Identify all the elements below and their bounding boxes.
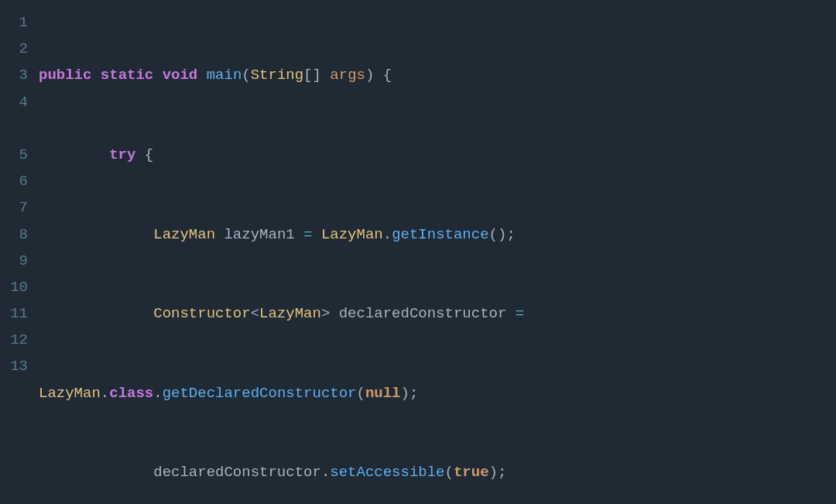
punct: > bbox=[321, 305, 330, 322]
variable: lazyMan1 bbox=[224, 226, 294, 243]
punct: { bbox=[383, 67, 392, 84]
type: Constructor bbox=[153, 305, 250, 322]
keyword: static bbox=[101, 67, 153, 84]
line-number: 4 bbox=[0, 89, 28, 115]
code-line: Constructor<LazyMan> declaredConstructor… bbox=[39, 300, 836, 327]
function-name: getInstance bbox=[392, 226, 488, 243]
punct: ) bbox=[489, 464, 498, 481]
code-line: public static void main(String[] args) { bbox=[39, 62, 836, 88]
code-line: LazyMan lazyMan1 = LazyMan.getInstance()… bbox=[39, 221, 836, 248]
keyword: try bbox=[109, 146, 135, 163]
punct: . bbox=[101, 385, 109, 402]
punct: ; bbox=[498, 464, 506, 481]
line-number-wrap bbox=[0, 115, 28, 142]
punct: ; bbox=[506, 226, 515, 243]
code-line: declaredConstructor.setAccessible(true); bbox=[39, 459, 836, 485]
variable: declaredConstructor bbox=[153, 464, 321, 481]
parameter: args bbox=[330, 67, 365, 84]
punct: ) bbox=[365, 67, 374, 84]
line-number: 7 bbox=[0, 194, 28, 221]
keyword: public bbox=[39, 67, 91, 84]
type: LazyMan bbox=[153, 226, 215, 243]
operator: = bbox=[303, 226, 312, 243]
punct: ( bbox=[357, 385, 365, 402]
code-line: try { bbox=[39, 142, 836, 168]
punct: . bbox=[153, 385, 162, 402]
line-number: 1 bbox=[0, 9, 28, 36]
keyword: class bbox=[109, 385, 153, 402]
line-number: 13 bbox=[0, 353, 28, 379]
punct: [ bbox=[303, 67, 312, 84]
punct: ( bbox=[445, 464, 454, 481]
variable: declaredConstructor bbox=[339, 305, 507, 322]
literal-true: true bbox=[454, 464, 489, 481]
line-number: 6 bbox=[0, 168, 28, 194]
line-number: 3 bbox=[0, 62, 28, 88]
punct: < bbox=[251, 305, 259, 322]
function-name: getDeclaredConstructor bbox=[163, 385, 357, 402]
code-line-wrap: LazyMan.class.getDeclaredConstructor(nul… bbox=[39, 380, 836, 406]
punct: ) bbox=[498, 226, 506, 243]
type: String bbox=[251, 67, 303, 84]
punct: ( bbox=[242, 67, 250, 84]
type: LazyMan bbox=[321, 226, 383, 243]
operator: = bbox=[516, 305, 524, 322]
line-number-gutter: 1 2 3 4 5 6 7 8 9 10 11 12 13 bbox=[0, 9, 39, 504]
punct: { bbox=[145, 146, 153, 163]
type: LazyMan bbox=[39, 385, 101, 402]
line-number: 5 bbox=[0, 142, 28, 168]
function-name: main bbox=[207, 67, 242, 84]
line-number: 8 bbox=[0, 221, 28, 248]
line-number: 9 bbox=[0, 248, 28, 274]
code-editor[interactable]: 1 2 3 4 5 6 7 8 9 10 11 12 13 public sta… bbox=[0, 9, 836, 504]
line-number: 11 bbox=[0, 300, 28, 327]
punct: ; bbox=[409, 385, 418, 402]
punct: . bbox=[321, 464, 330, 481]
punct: ) bbox=[401, 385, 409, 402]
code-content[interactable]: public static void main(String[] args) {… bbox=[39, 9, 836, 504]
punct: ] bbox=[313, 67, 321, 84]
line-number: 12 bbox=[0, 327, 28, 353]
punct: ( bbox=[489, 226, 498, 243]
punct: . bbox=[383, 226, 392, 243]
type: LazyMan bbox=[259, 305, 321, 322]
keyword: void bbox=[163, 67, 198, 84]
literal-null: null bbox=[365, 385, 401, 402]
line-number: 2 bbox=[0, 36, 28, 62]
function-name: setAccessible bbox=[330, 464, 444, 481]
line-number: 10 bbox=[0, 274, 28, 300]
